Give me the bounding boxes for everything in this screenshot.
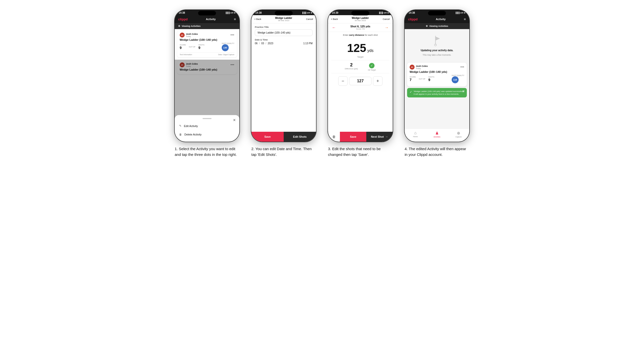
p3-nav-title: Wedge Ladder: [352, 17, 369, 19]
p3-minus-btn[interactable]: −: [338, 76, 348, 86]
date-time-row: 06 / 03 / 2023 1:13 PM: [255, 42, 312, 45]
p2-nav-title: Wedge Ladder: [275, 17, 292, 19]
capture-icon: ⊕: [457, 131, 460, 136]
p4-logo: clippd: [408, 17, 418, 21]
p2-form: Practice Title Date & Time 06 / 03 / 202…: [251, 23, 316, 142]
stat-score: Score 9: [180, 44, 186, 50]
distance-unit: yds: [367, 48, 374, 53]
signal-icon-1: ▐▐▐: [225, 12, 230, 14]
p4-shots-label: Shots: [428, 76, 434, 78]
phone-4-inner: 14:38 ▐▐▐ wifi ■ clippd Activity ≡ ⚙ V: [404, 10, 469, 142]
next-shot-arrow-nav[interactable]: →: [385, 25, 389, 30]
stat-shots: Shots 9: [198, 44, 204, 50]
sheet-close-icon[interactable]: ✕: [233, 118, 236, 122]
p4-stat-shots: Shots 9: [428, 76, 434, 82]
edit-activity-label: Edit Activity: [184, 125, 198, 128]
diff-stat: 2 Difference (yds): [345, 62, 358, 71]
p3-distance-input[interactable]: [349, 77, 372, 85]
target-label: Target: [328, 56, 393, 58]
p3-input-row: − +: [332, 76, 389, 86]
p3-save-btn[interactable]: Save: [340, 132, 366, 142]
p3-next-btn[interactable]: Next Shot →: [366, 132, 393, 142]
battery-icon-2: ■: [311, 12, 312, 14]
signal-icon-3: ▐▐▐: [378, 12, 383, 14]
p1-header: clippd Activity ≡: [175, 15, 240, 23]
p3-nav-center: Wedge Ladder 06 Mar 2023: [352, 17, 369, 22]
p3-cancel-btn[interactable]: Cancel: [383, 18, 390, 20]
p2-edit-shots-btn[interactable]: Edit Shots: [284, 132, 316, 142]
p4-menu-icon[interactable]: ≡: [464, 17, 466, 21]
date-year[interactable]: 2023: [268, 42, 273, 45]
p3-back-btn[interactable]: < Back: [331, 18, 338, 20]
sheet-handle: [202, 118, 212, 119]
edit-activity-item[interactable]: ✎ Edit Activity: [175, 122, 240, 130]
caption-2: 2. You can edit Date and Time. Then tap …: [251, 146, 316, 157]
status-icons-4: ▐▐▐ wifi ■: [455, 12, 465, 14]
dots-menu-1[interactable]: •••: [230, 33, 234, 37]
battery-icon-4: ■: [464, 12, 465, 14]
date-month[interactable]: 03: [261, 42, 264, 45]
next-shot-label: Next Shot: [371, 135, 384, 138]
home-icon: ⌂: [414, 131, 417, 135]
p3-nav: < Back Wedge Ladder 06 Mar 2023 Cancel: [328, 15, 393, 23]
diff-label: Difference (yds): [345, 68, 358, 70]
sq-badge-1: 130: [222, 44, 229, 51]
out-of: OUT OF: [189, 46, 195, 48]
practice-title-label: Practice Title: [255, 26, 312, 28]
practice-title-input[interactable]: [255, 29, 312, 36]
toast-close-icon[interactable]: ✕: [462, 89, 465, 93]
updating-title: Updating your activity data.: [420, 49, 453, 52]
date-day[interactable]: 06: [255, 42, 258, 45]
prev-shot-arrow[interactable]: ←: [332, 25, 336, 30]
next-arrow-icon: →: [385, 135, 388, 138]
p1-menu-icon[interactable]: ≡: [234, 17, 236, 21]
p4-stat-outof: OUT OF: [419, 78, 425, 80]
delete-activity-item[interactable]: 🗑 Delete Activity: [175, 130, 240, 139]
shots-label: Shots: [198, 44, 204, 46]
p4-viewing-bar: ⚙ Viewing Activities: [404, 23, 469, 29]
p4-stat-score: Score 7: [410, 76, 416, 82]
status-time-2: 14:38: [255, 11, 262, 14]
distance-value: 125: [347, 41, 366, 54]
status-icons-2: ▐▐▐ wifi ■: [302, 12, 312, 14]
p2-back-btn[interactable]: < Back: [254, 18, 261, 20]
nav-home[interactable]: ⌂ Home: [404, 131, 426, 138]
p3-shot-title: Shot 6, 125 yds Score 7/9: [350, 25, 370, 30]
nav-capture[interactable]: ⊕ Capture: [448, 131, 469, 138]
nav-activities[interactable]: ♟ Activities: [426, 131, 448, 138]
bottom-sheet: ✕ ✎ Edit Activity 🗑 Delete Activity: [175, 115, 240, 142]
p4-bottom-nav: ⌂ Home ♟ Activities ⊕ Capture: [404, 129, 469, 142]
p4-card-user: JC Josh Coles Today: [410, 65, 428, 70]
p4-user-info: Josh Coles Today: [416, 65, 428, 70]
phone-1-column: 14:38 ▐▐▐ wifi ■ clippd Activity ≡ ⚙ V: [172, 10, 242, 157]
p1-card-1: JC Josh Coles Today ••• Wedge Ladder (10…: [177, 30, 237, 57]
phones-row: 14:38 ▐▐▐ wifi ■ clippd Activity ≡ ⚙ V: [172, 10, 472, 157]
check-circle-icon: ✓: [410, 90, 412, 94]
p1-viewing-bar: ⚙ Viewing Activities: [175, 23, 240, 29]
dynamic-island-4: [428, 11, 446, 15]
p3-yds-display: 125 yds: [328, 38, 393, 56]
p2-save-btn[interactable]: Save: [251, 132, 284, 142]
signal-icon-2: ▐▐▐: [302, 12, 306, 14]
p4-card-stats: Score 7 OUT OF Shots 9 Shot Quality 11: [410, 75, 464, 83]
p2-nav-subtitle: 06 Mar 2023: [275, 19, 292, 22]
p2-cancel-btn[interactable]: Cancel: [306, 18, 313, 20]
time-part[interactable]: 1:13 PM: [303, 42, 312, 45]
footer-left-1: Test Information: [180, 54, 192, 55]
date-sep-1: /: [259, 42, 260, 45]
dynamic-island-3: [351, 11, 369, 15]
p2-nav: < Back Wedge Ladder 06 Mar 2023 Cancel: [251, 15, 316, 23]
score-label: Score: [180, 44, 186, 46]
home-label: Home: [413, 136, 418, 138]
p3-plus-btn[interactable]: +: [373, 76, 382, 86]
phone-3-inner: 14:39 ▐▐▐ wifi ■ < Back Wedge Ladder 06 …: [328, 10, 393, 142]
capture-label: Capture: [456, 136, 462, 138]
p4-card-top: JC Josh Coles Today •••: [410, 65, 464, 70]
p4-sq-label: Shot Quality: [452, 75, 464, 76]
p3-delete-btn[interactable]: 🗑: [328, 132, 340, 142]
p4-dots-menu[interactable]: •••: [460, 65, 464, 69]
wifi-icon-4: wifi: [460, 12, 463, 14]
shots-value: 9: [198, 46, 204, 50]
dynamic-island-1: [198, 11, 216, 15]
caption-4: 4. The edited Activity will then appear …: [404, 146, 469, 157]
